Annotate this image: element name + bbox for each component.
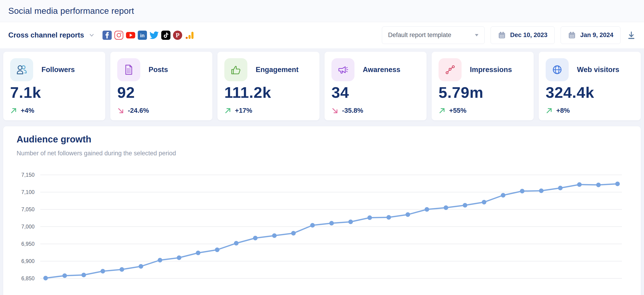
youtube-icon[interactable]	[126, 31, 135, 40]
section-chevron-button[interactable]	[89, 32, 95, 38]
start-date-value: Dec 10, 2023	[510, 31, 548, 39]
report-toolbar: Cross channel reports in P	[0, 22, 644, 48]
impressions-icon-tile	[438, 58, 462, 81]
audience-growth-point[interactable]	[596, 183, 601, 187]
instagram-icon[interactable]	[114, 31, 124, 40]
y-axis-tick-label: 6,850	[21, 276, 34, 282]
metric-card-impressions: Impressions 5.79m +55%	[432, 52, 534, 120]
audience-growth-point[interactable]	[329, 221, 334, 226]
report-template-select[interactable]: Default report template	[382, 26, 484, 44]
y-axis-tick-label: 7,050	[21, 206, 34, 212]
web-visitors-icon-tile	[546, 58, 569, 81]
thumbs-up-icon	[230, 64, 242, 76]
y-axis-tick-label: 7,000	[21, 224, 34, 230]
megaphone-icon	[337, 64, 349, 76]
audience-growth-point[interactable]	[558, 186, 563, 190]
metric-trend: -24.6%	[128, 107, 149, 114]
download-button[interactable]	[627, 30, 636, 40]
audience-growth-point[interactable]	[62, 273, 67, 278]
facebook-icon[interactable]	[102, 31, 112, 40]
audience-growth-point[interactable]	[272, 233, 277, 238]
audience-growth-point[interactable]	[424, 207, 429, 212]
linkedin-icon[interactable]: in	[138, 31, 147, 40]
metric-trend: -35.8%	[342, 107, 363, 114]
metric-value: 111.2k	[224, 83, 312, 101]
engagement-icon-tile	[224, 58, 247, 81]
end-date-value: Jan 9, 2024	[580, 31, 613, 39]
audience-growth-point[interactable]	[177, 256, 181, 260]
metric-label: Awareness	[363, 66, 400, 74]
audience-growth-point[interactable]	[539, 188, 544, 193]
metric-trend: +17%	[235, 107, 252, 114]
metric-label: Posts	[148, 66, 168, 74]
chart-title: Audience growth	[16, 134, 91, 145]
audience-growth-point[interactable]	[253, 236, 258, 241]
audience-growth-point[interactable]	[348, 220, 353, 224]
start-date-button[interactable]: Dec 10, 2023	[490, 26, 555, 44]
download-icon	[627, 30, 636, 40]
analytics-icon[interactable]	[185, 31, 194, 40]
awareness-icon-tile	[332, 58, 354, 81]
audience-growth-point[interactable]	[463, 203, 467, 208]
svg-text:in: in	[140, 33, 145, 38]
audience-growth-point[interactable]	[82, 273, 86, 277]
chart-subtitle: Number of net followers gained during th…	[16, 150, 176, 157]
metric-card-followers: Followers 7.1k +4%	[3, 52, 105, 120]
pinterest-icon[interactable]: P	[173, 31, 182, 40]
trend-up-arrow-icon	[438, 107, 446, 114]
report-template-value: Default report template	[388, 31, 452, 39]
report-section-dropdown[interactable]: Cross channel reports	[8, 31, 84, 39]
trend-down-arrow-icon	[117, 107, 124, 114]
audience-growth-point[interactable]	[444, 206, 448, 210]
metric-trend-row: +55%	[438, 107, 527, 114]
trend-up-arrow-icon	[10, 107, 17, 114]
metric-trend-row: -24.6%	[117, 107, 206, 114]
share-nodes-icon	[444, 64, 456, 76]
audience-growth-point[interactable]	[120, 267, 124, 272]
metric-value: 92	[117, 83, 206, 101]
audience-growth-line	[46, 184, 618, 278]
audience-growth-point[interactable]	[100, 269, 105, 274]
y-axis-tick-label: 6,950	[21, 241, 34, 247]
tiktok-icon[interactable]	[161, 31, 170, 40]
audience-growth-point[interactable]	[310, 223, 315, 228]
audience-growth-point[interactable]	[386, 215, 391, 220]
toolbar-controls: Default report template Dec 10, 2023 Jan…	[382, 26, 636, 44]
metric-trend-row: +17%	[224, 107, 312, 114]
y-axis-tick-label: 7,100	[21, 189, 34, 195]
end-date-button[interactable]: Jan 9, 2024	[560, 26, 620, 44]
audience-growth-point[interactable]	[43, 276, 48, 281]
page-title: Social media performance report	[8, 6, 134, 16]
svg-text:P: P	[176, 32, 180, 39]
twitter-icon[interactable]	[150, 31, 159, 40]
y-axis-tick-label: 7,150	[21, 172, 34, 178]
caret-down-icon	[475, 34, 478, 36]
audience-growth-point[interactable]	[158, 258, 162, 263]
trend-down-arrow-icon	[332, 107, 338, 114]
document-icon	[123, 64, 135, 76]
audience-growth-card: 6,8506,9006,9507,0007,0507,1007,150 Audi…	[3, 126, 641, 295]
audience-growth-point[interactable]	[367, 215, 372, 220]
calendar-icon	[568, 31, 576, 39]
metric-trend: +8%	[556, 107, 570, 114]
followers-icon-tile	[10, 58, 33, 81]
audience-growth-point[interactable]	[139, 264, 143, 269]
audience-growth-point[interactable]	[215, 248, 220, 252]
users-icon	[16, 64, 28, 76]
channel-icons: in P	[102, 31, 194, 40]
metric-trend-row: +4%	[10, 107, 98, 114]
audience-growth-point[interactable]	[234, 241, 238, 246]
audience-growth-point[interactable]	[196, 251, 200, 255]
metric-label: Engagement	[256, 66, 298, 74]
audience-growth-point[interactable]	[406, 212, 410, 217]
audience-growth-point[interactable]	[577, 182, 582, 187]
audience-growth-point[interactable]	[615, 182, 620, 186]
calendar-icon	[498, 31, 506, 39]
audience-growth-point[interactable]	[501, 193, 505, 198]
metric-trend-row: +8%	[546, 107, 634, 114]
audience-growth-point[interactable]	[482, 200, 486, 205]
metric-label: Impressions	[470, 66, 512, 74]
audience-growth-point[interactable]	[520, 189, 524, 194]
audience-growth-point[interactable]	[291, 231, 296, 236]
metric-card-engagement: Engagement 111.2k +17%	[218, 52, 320, 120]
